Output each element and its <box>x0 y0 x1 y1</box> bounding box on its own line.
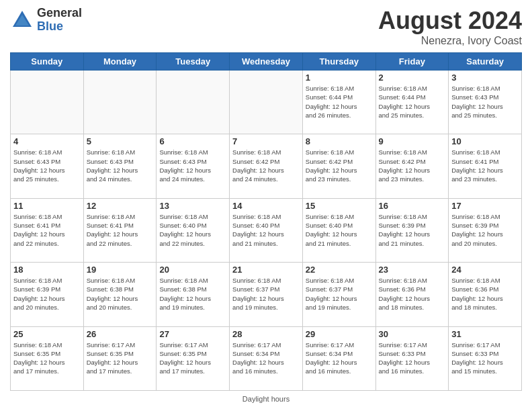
day-number: 11 <box>13 201 81 211</box>
day-number: 30 <box>379 329 446 339</box>
day-info: Sunrise: 6:18 AM Sunset: 6:43 PM Dayligh… <box>87 148 154 183</box>
footer: Daylight hours <box>10 394 522 404</box>
calendar-cell: 3Sunrise: 6:18 AM Sunset: 6:43 PM Daylig… <box>449 71 522 134</box>
col-monday: Monday <box>83 53 157 71</box>
calendar-cell: 29Sunrise: 6:17 AM Sunset: 6:34 PM Dayli… <box>302 326 375 390</box>
day-info: Sunrise: 6:18 AM Sunset: 6:35 PM Dayligh… <box>13 340 81 376</box>
calendar-cell: 4Sunrise: 6:18 AM Sunset: 6:43 PM Daylig… <box>11 134 84 198</box>
day-info: Sunrise: 6:18 AM Sunset: 6:39 PM Dayligh… <box>379 212 446 248</box>
calendar-cell: 28Sunrise: 6:17 AM Sunset: 6:34 PM Dayli… <box>230 326 303 390</box>
calendar-cell: 16Sunrise: 6:18 AM Sunset: 6:39 PM Dayli… <box>375 198 449 262</box>
day-number: 4 <box>13 136 81 146</box>
logo-blue-text: Blue <box>37 20 82 34</box>
logo-text: General Blue <box>37 7 82 34</box>
day-info: Sunrise: 6:18 AM Sunset: 6:40 PM Dayligh… <box>159 212 226 248</box>
day-number: 9 <box>379 136 446 146</box>
logo-general-text: General <box>37 7 82 20</box>
day-info: Sunrise: 6:18 AM Sunset: 6:44 PM Dayligh… <box>306 84 373 120</box>
day-info: Sunrise: 6:17 AM Sunset: 6:34 PM Dayligh… <box>232 340 300 376</box>
day-info: Sunrise: 6:17 AM Sunset: 6:33 PM Dayligh… <box>379 340 446 376</box>
calendar-cell: 26Sunrise: 6:17 AM Sunset: 6:35 PM Dayli… <box>83 326 157 390</box>
calendar-cell: 17Sunrise: 6:18 AM Sunset: 6:39 PM Dayli… <box>449 198 522 262</box>
calendar-cell: 20Sunrise: 6:18 AM Sunset: 6:38 PM Dayli… <box>157 263 230 326</box>
day-info: Sunrise: 6:18 AM Sunset: 6:39 PM Dayligh… <box>13 276 81 312</box>
calendar-table: Sunday Monday Tuesday Wednesday Thursday… <box>10 52 522 391</box>
day-info: Sunrise: 6:18 AM Sunset: 6:41 PM Dayligh… <box>451 148 519 183</box>
calendar-cell <box>157 71 230 134</box>
day-info: Sunrise: 6:17 AM Sunset: 6:35 PM Dayligh… <box>159 340 226 376</box>
col-sunday: Sunday <box>11 53 84 71</box>
col-thursday: Thursday <box>302 53 375 71</box>
calendar-cell: 7Sunrise: 6:18 AM Sunset: 6:42 PM Daylig… <box>230 134 303 198</box>
day-number: 6 <box>159 136 226 146</box>
title-month-year: August 2024 <box>378 7 522 35</box>
page: General Blue August 2024 Nenezra, Ivory … <box>0 0 532 411</box>
day-number: 25 <box>13 329 81 339</box>
day-info: Sunrise: 6:18 AM Sunset: 6:36 PM Dayligh… <box>451 276 519 312</box>
calendar-header-row: Sunday Monday Tuesday Wednesday Thursday… <box>11 53 522 71</box>
calendar-cell: 27Sunrise: 6:17 AM Sunset: 6:35 PM Dayli… <box>157 326 230 390</box>
day-number: 3 <box>451 73 519 83</box>
day-number: 2 <box>379 73 446 83</box>
day-number: 27 <box>159 329 226 339</box>
calendar-cell: 2Sunrise: 6:18 AM Sunset: 6:44 PM Daylig… <box>375 71 449 134</box>
calendar-cell: 30Sunrise: 6:17 AM Sunset: 6:33 PM Dayli… <box>375 326 449 390</box>
day-number: 1 <box>306 73 373 83</box>
day-number: 13 <box>159 201 226 211</box>
day-info: Sunrise: 6:18 AM Sunset: 6:36 PM Dayligh… <box>379 276 446 312</box>
day-info: Sunrise: 6:18 AM Sunset: 6:42 PM Dayligh… <box>306 148 373 183</box>
day-info: Sunrise: 6:18 AM Sunset: 6:43 PM Dayligh… <box>13 148 81 183</box>
title-block: August 2024 Nenezra, Ivory Coast <box>378 7 522 47</box>
day-number: 26 <box>87 329 154 339</box>
calendar-cell: 10Sunrise: 6:18 AM Sunset: 6:41 PM Dayli… <box>449 134 522 198</box>
calendar-week-5: 25Sunrise: 6:18 AM Sunset: 6:35 PM Dayli… <box>11 326 522 390</box>
day-number: 10 <box>451 136 519 146</box>
calendar-cell: 25Sunrise: 6:18 AM Sunset: 6:35 PM Dayli… <box>11 326 84 390</box>
day-number: 17 <box>451 201 519 211</box>
day-info: Sunrise: 6:18 AM Sunset: 6:42 PM Dayligh… <box>232 148 300 183</box>
day-info: Sunrise: 6:18 AM Sunset: 6:37 PM Dayligh… <box>232 276 300 312</box>
day-number: 29 <box>306 329 373 339</box>
day-info: Sunrise: 6:18 AM Sunset: 6:40 PM Dayligh… <box>232 212 300 248</box>
col-tuesday: Tuesday <box>157 53 230 71</box>
calendar-cell: 13Sunrise: 6:18 AM Sunset: 6:40 PM Dayli… <box>157 198 230 262</box>
calendar-cell: 5Sunrise: 6:18 AM Sunset: 6:43 PM Daylig… <box>83 134 157 198</box>
calendar-cell: 24Sunrise: 6:18 AM Sunset: 6:36 PM Dayli… <box>449 263 522 326</box>
calendar-cell: 8Sunrise: 6:18 AM Sunset: 6:42 PM Daylig… <box>302 134 375 198</box>
day-number: 18 <box>13 265 81 275</box>
calendar-week-1: 1Sunrise: 6:18 AM Sunset: 6:44 PM Daylig… <box>11 71 522 134</box>
title-location: Nenezra, Ivory Coast <box>378 35 522 47</box>
day-info: Sunrise: 6:18 AM Sunset: 6:44 PM Dayligh… <box>379 84 446 120</box>
day-info: Sunrise: 6:18 AM Sunset: 6:43 PM Dayligh… <box>159 148 226 183</box>
day-info: Sunrise: 6:18 AM Sunset: 6:43 PM Dayligh… <box>451 84 519 120</box>
calendar-cell: 15Sunrise: 6:18 AM Sunset: 6:40 PM Dayli… <box>302 198 375 262</box>
calendar-cell: 22Sunrise: 6:18 AM Sunset: 6:37 PM Dayli… <box>302 263 375 326</box>
calendar-cell: 14Sunrise: 6:18 AM Sunset: 6:40 PM Dayli… <box>230 198 303 262</box>
calendar-cell: 31Sunrise: 6:17 AM Sunset: 6:33 PM Dayli… <box>449 326 522 390</box>
day-number: 20 <box>159 265 226 275</box>
day-number: 23 <box>379 265 446 275</box>
calendar-cell: 12Sunrise: 6:18 AM Sunset: 6:41 PM Dayli… <box>83 198 157 262</box>
calendar-week-2: 4Sunrise: 6:18 AM Sunset: 6:43 PM Daylig… <box>11 134 522 198</box>
day-number: 12 <box>87 201 154 211</box>
day-info: Sunrise: 6:18 AM Sunset: 6:41 PM Dayligh… <box>13 212 81 248</box>
day-number: 16 <box>379 201 446 211</box>
day-number: 5 <box>87 136 154 146</box>
day-number: 15 <box>306 201 373 211</box>
day-info: Sunrise: 6:18 AM Sunset: 6:38 PM Dayligh… <box>159 276 226 312</box>
day-number: 21 <box>232 265 300 275</box>
calendar-cell: 6Sunrise: 6:18 AM Sunset: 6:43 PM Daylig… <box>157 134 230 198</box>
day-number: 22 <box>306 265 373 275</box>
col-saturday: Saturday <box>449 53 522 71</box>
calendar-cell <box>83 71 157 134</box>
day-number: 28 <box>232 329 300 339</box>
day-info: Sunrise: 6:18 AM Sunset: 6:41 PM Dayligh… <box>87 212 154 248</box>
day-info: Sunrise: 6:18 AM Sunset: 6:40 PM Dayligh… <box>306 212 373 248</box>
col-friday: Friday <box>375 53 449 71</box>
day-info: Sunrise: 6:17 AM Sunset: 6:34 PM Dayligh… <box>306 340 373 376</box>
day-number: 31 <box>451 329 519 339</box>
day-info: Sunrise: 6:18 AM Sunset: 6:39 PM Dayligh… <box>451 212 519 248</box>
calendar-body: 1Sunrise: 6:18 AM Sunset: 6:44 PM Daylig… <box>11 71 522 391</box>
calendar-cell: 9Sunrise: 6:18 AM Sunset: 6:42 PM Daylig… <box>375 134 449 198</box>
day-number: 24 <box>451 265 519 275</box>
